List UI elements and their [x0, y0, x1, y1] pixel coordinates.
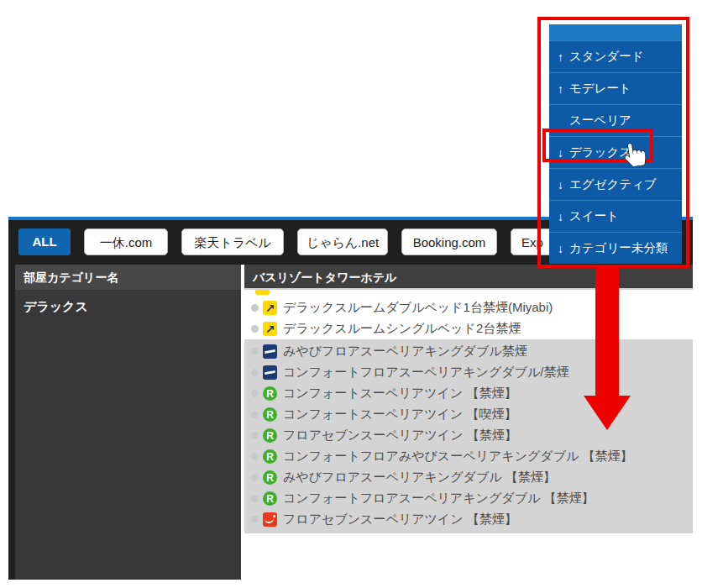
room-row[interactable]: みやびフロアスーペリアキングダブル 【禁煙】	[244, 467, 693, 488]
room-row-clipped	[244, 290, 693, 295]
room-name: デラックスルームシングルベッド2台禁煙	[283, 321, 521, 337]
hand-cursor-icon	[623, 141, 647, 167]
hotel-column-header: バスリゾートタワーホテル	[244, 265, 693, 290]
room-name: コンフォートフロアスーペリアキングダブル 【禁煙】	[283, 491, 595, 507]
room-name: デラックスルームダブルベッド1台禁煙(Miyabi)	[283, 300, 553, 316]
ikkyu-arrow-icon	[263, 322, 277, 336]
room-name: コンフォートフロアみやびスーペリアキングダブル 【禁煙】	[283, 449, 633, 465]
room-name: みやびフロアスーペリアキングダブル 【禁煙】	[283, 470, 556, 486]
bullet-dot	[251, 411, 259, 418]
room-row[interactable]: みやびフロアスーペリアキングダブル禁煙	[244, 341, 693, 362]
room-row[interactable]: デラックスルームシングルベッド2台禁煙	[244, 318, 693, 339]
rakuten-r-icon	[263, 491, 277, 506]
navy-swoosh-icon	[263, 365, 277, 380]
rakuten-r-icon	[263, 470, 277, 485]
category-name-cell: デラックス	[15, 290, 241, 324]
tab-rakuten-travel[interactable]: 楽天トラベル	[181, 228, 284, 255]
room-row[interactable]: デラックスルームダブルベッド1台禁煙(Miyabi)	[244, 297, 693, 318]
bullet-dot	[251, 495, 259, 502]
bullet-dot	[251, 516, 259, 523]
tab-booking-com[interactable]: Booking.com	[401, 228, 497, 255]
bullet-dot	[251, 390, 259, 397]
bullet-dot	[251, 304, 259, 312]
room-name: コンフォートスーペリアツイン 【喫煙】	[283, 407, 516, 423]
room-row[interactable]: コンフォートフロアスーペリアキングダブル/禁煙	[244, 362, 693, 383]
annotation-arrow-shaft	[595, 268, 619, 396]
tab-jalan[interactable]: じゃらん.net	[297, 228, 388, 255]
bullet-dot	[251, 453, 259, 460]
navy-swoosh-icon	[263, 344, 277, 359]
room-row[interactable]: コンフォートフロアスーペリアキングダブル 【禁煙】	[244, 488, 693, 509]
bullet-dot	[251, 474, 259, 481]
room-name: コンフォートスーペリアツイン 【禁煙】	[283, 386, 516, 402]
room-name: フロアセブンスーペリアツイン 【禁煙】	[283, 512, 517, 528]
ikkyu-arrow-icon	[255, 290, 270, 295]
room-row[interactable]: フロアセブンスーペリアツイン 【禁煙】	[244, 509, 693, 530]
bullet-dot	[251, 369, 259, 376]
bullet-dot	[251, 432, 259, 439]
tab-all[interactable]: ALL	[18, 228, 71, 255]
room-name: フロアセブンスーペリアツイン 【禁煙】	[283, 428, 517, 444]
bullet-dot	[251, 325, 259, 333]
rakuten-r-icon	[263, 407, 277, 422]
annotation-arrow-head	[584, 396, 631, 430]
tab-ikkyu[interactable]: 一休.com	[84, 228, 168, 255]
bullet-dot	[251, 348, 259, 355]
rakuten-r-icon	[263, 449, 277, 464]
jalan-smile-icon	[263, 512, 277, 527]
screen: ALL 一休.com 楽天トラベル じゃらん.net Booking.com E…	[0, 0, 723, 588]
room-name: みやびフロアスーペリアキングダブル禁煙	[283, 344, 527, 360]
room-name: コンフォートフロアスーペリアキングダブル/禁煙	[283, 365, 569, 381]
highlighted-room-group: みやびフロアスーペリアキングダブル禁煙 コンフォートフロアスーペリアキングダブル…	[244, 339, 693, 533]
room-row[interactable]: コンフォートフロアみやびスーペリアキングダブル 【禁煙】	[244, 446, 693, 467]
category-column-header: 部屋カテゴリー名	[15, 265, 241, 290]
table-left-edge	[8, 217, 15, 580]
rakuten-r-icon	[263, 386, 277, 401]
rakuten-r-icon	[263, 428, 277, 443]
ikkyu-arrow-icon	[263, 301, 277, 315]
